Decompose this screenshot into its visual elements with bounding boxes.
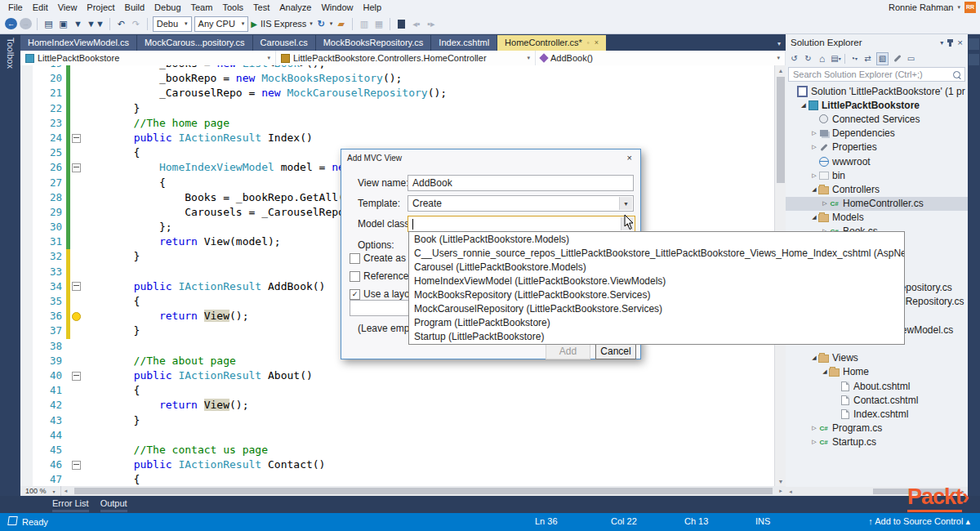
- model-class-option[interactable]: Book (LittlePacktBookstore.Models): [409, 232, 904, 246]
- properties-tab[interactable]: [969, 38, 979, 50]
- lightbulb-icon[interactable]: [72, 312, 81, 321]
- collapse-icon[interactable]: [72, 461, 81, 470]
- bookmark-prev-icon[interactable]: ◂▪: [410, 17, 422, 30]
- attach-icon[interactable]: ▦: [372, 17, 385, 30]
- checkbox-icon[interactable]: [350, 271, 360, 282]
- model-class-option[interactable]: MockBooksRepository (LittlePacktBookstor…: [409, 288, 904, 301]
- redo-icon[interactable]: ↷: [130, 17, 142, 30]
- search-icon[interactable]: [953, 71, 960, 78]
- find-in-files-icon[interactable]: ▥: [358, 17, 370, 30]
- collapsed-arrow-icon[interactable]: ▷: [821, 200, 829, 207]
- model-class-option[interactable]: Carousel (LittlePacktBookstore.Models): [409, 260, 904, 274]
- refresh-icon[interactable]: ↻: [315, 17, 327, 30]
- menu-window[interactable]: Window: [316, 2, 358, 13]
- document-tab[interactable]: HomeIndexViewModel.cs: [20, 35, 136, 51]
- scrollbar-thumb[interactable]: [777, 77, 785, 183]
- tree-item-wwwroot[interactable]: wwwroot: [786, 154, 968, 168]
- tree-item-solution-littlepacktbookstore-1-pr[interactable]: Solution 'LittlePacktBookstore' (1 pr: [786, 84, 968, 98]
- model-class-option[interactable]: Startup (LittlePacktBookstore): [409, 330, 904, 344]
- collapsed-arrow-icon[interactable]: ▷: [810, 425, 818, 431]
- breadcrumb-member-dropdown[interactable]: AddBook() ▾: [536, 51, 786, 65]
- collapsed-arrow-icon[interactable]: ▷: [810, 439, 818, 445]
- error-list-tab[interactable]: Error List: [52, 498, 89, 512]
- add-to-source-control-button[interactable]: ↑ Add to Source Control ▴: [868, 516, 970, 527]
- diagnostic-tools-tab[interactable]: [969, 54, 979, 65]
- collapse-icon[interactable]: [72, 282, 81, 291]
- tree-item-properties[interactable]: ▷Properties: [786, 141, 968, 154]
- model-class-option[interactable]: MockCarouselRepository (LittlePacktBooks…: [409, 301, 904, 315]
- show-all-files-icon[interactable]: ▧: [876, 52, 889, 65]
- scroll-up-icon[interactable]: ▲: [775, 65, 786, 75]
- undo-icon[interactable]: ↶: [115, 17, 127, 30]
- cancel-button[interactable]: Cancel: [595, 342, 636, 359]
- menu-test[interactable]: Test: [248, 2, 274, 13]
- navigate-back-icon[interactable]: ←: [5, 18, 17, 29]
- collapse-all-icon[interactable]: ▤▾: [831, 53, 841, 65]
- output-tab[interactable]: Output: [100, 498, 127, 512]
- scroll-right-icon[interactable]: ▸: [776, 488, 786, 494]
- document-tab[interactable]: HomeController.cs*◦×: [497, 35, 606, 51]
- pin-icon[interactable]: [949, 39, 951, 47]
- menu-build[interactable]: Build: [120, 2, 149, 13]
- view-name-input[interactable]: AddBook: [408, 175, 634, 191]
- tree-item-home[interactable]: ◢Home: [786, 365, 968, 379]
- titlebar-account[interactable]: Ronnie Rahman ▾ RR: [889, 2, 980, 13]
- document-tab[interactable]: Carousel.cs: [253, 35, 315, 51]
- document-tab[interactable]: MockCarous...pository.cs: [137, 35, 252, 51]
- collapse-icon[interactable]: [72, 134, 81, 143]
- checkbox-checked-icon[interactable]: ✓: [350, 289, 360, 300]
- pin-icon[interactable]: ◦: [587, 39, 590, 47]
- menu-edit[interactable]: Edit: [28, 2, 53, 13]
- collapse-icon[interactable]: [72, 163, 81, 172]
- save-all-icon[interactable]: ▼▼: [87, 17, 105, 30]
- menu-help[interactable]: Help: [359, 2, 387, 13]
- model-class-option[interactable]: C__Users_ronnie_source_repos_LittlePackt…: [409, 246, 904, 260]
- back-icon[interactable]: ↺: [789, 53, 800, 65]
- scroll-down-icon[interactable]: ▼: [775, 476, 786, 486]
- forward-icon[interactable]: ↻: [803, 53, 813, 65]
- pending-changes-filter-icon[interactable]: ◔▾: [849, 53, 859, 65]
- editor-zoom-select[interactable]: 100 % ▾: [20, 486, 61, 496]
- expanded-arrow-icon[interactable]: ◢: [810, 214, 818, 221]
- home-icon[interactable]: ⌂: [817, 53, 827, 65]
- tree-item-dependencies[interactable]: ▷Dependencies: [786, 127, 968, 141]
- solution-platform-select[interactable]: Any CPU ▾: [194, 16, 249, 32]
- model-class-option[interactable]: HomeIndexViewModel (LittlePacktBookstore…: [409, 274, 904, 288]
- user-dropdown-caret-icon[interactable]: ▾: [957, 4, 960, 11]
- collapsed-arrow-icon[interactable]: ▷: [810, 130, 818, 136]
- collapsed-arrow-icon[interactable]: ▷: [810, 172, 818, 179]
- preview-selected-items-icon[interactable]: ▭: [906, 53, 916, 65]
- breadcrumb-project-dropdown[interactable]: LittlePacktBookstore ▾: [20, 51, 276, 65]
- menu-project[interactable]: Project: [82, 2, 119, 13]
- start-debugging-button[interactable]: ▶ IIS Express ▾: [251, 19, 312, 29]
- solution-explorer-search-input[interactable]: Search Solution Explorer (Ctrl+;): [788, 67, 965, 82]
- bookmark-next-icon[interactable]: ▪▸: [425, 17, 437, 30]
- tree-item-about-cshtml[interactable]: About.cshtml: [786, 379, 968, 393]
- add-item-icon[interactable]: ▣: [57, 17, 69, 30]
- tree-item-contact-cshtml[interactable]: Contact.cshtml: [786, 393, 968, 407]
- breadcrumb-type-dropdown[interactable]: LittlePacktBookstore.Controllers.HomeCon…: [276, 51, 536, 65]
- model-class-combobox[interactable]: ▼: [408, 216, 635, 232]
- menu-tools[interactable]: Tools: [217, 2, 248, 13]
- tree-item-controllers[interactable]: ◢Controllers: [786, 182, 968, 196]
- template-select[interactable]: Create ▼: [408, 195, 634, 212]
- expanded-arrow-icon[interactable]: ◢: [810, 355, 818, 361]
- sync-with-active-document-icon[interactable]: ⇄: [862, 53, 873, 65]
- menu-view[interactable]: View: [53, 2, 82, 13]
- model-class-option[interactable]: Program (LittlePacktBookstore): [409, 316, 904, 330]
- solution-configuration-select[interactable]: Debu ▾: [153, 16, 192, 32]
- scroll-left-icon[interactable]: ◂: [61, 488, 71, 494]
- close-icon[interactable]: ×: [625, 153, 635, 163]
- tree-item-startup-cs[interactable]: ▷C#Startup.cs: [786, 435, 968, 449]
- step-over-icon[interactable]: [395, 17, 408, 30]
- window-position-icon[interactable]: ▾: [940, 39, 943, 47]
- menu-debug[interactable]: Debug: [149, 2, 185, 13]
- tree-item-connected-services[interactable]: Connected Services: [786, 112, 968, 126]
- menu-analyze[interactable]: Analyze: [274, 2, 316, 13]
- expanded-arrow-icon[interactable]: ◢: [810, 186, 818, 193]
- properties-icon[interactable]: [892, 53, 902, 65]
- checkbox-icon[interactable]: [350, 253, 360, 264]
- avatar[interactable]: RR: [964, 2, 976, 13]
- collapsed-arrow-icon[interactable]: ▷: [810, 144, 818, 150]
- save-icon[interactable]: ▼: [72, 17, 84, 30]
